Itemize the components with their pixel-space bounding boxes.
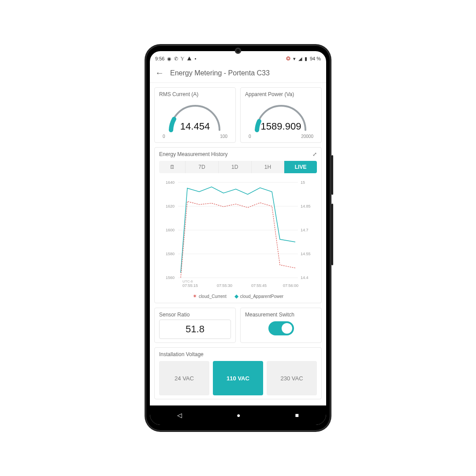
nav-back-icon[interactable]: ◁ — [177, 412, 182, 419]
twitter-icon: 𝕐 — [181, 56, 184, 62]
page-title: Energy Metering - Portenta C33 — [170, 69, 270, 77]
yr1: 14.85 — [301, 204, 311, 208]
range-7d[interactable]: 7D — [186, 161, 219, 173]
voltage-card: Installation Voltage 24 VAC 110 VAC 230 … — [154, 347, 322, 399]
more-icon: • — [194, 56, 196, 61]
history-title: Energy Measurement History — [159, 151, 227, 157]
measurement-switch[interactable] — [268, 321, 294, 335]
voltage-title: Installation Voltage — [159, 351, 317, 357]
history-chart[interactable]: 1640 1620 1600 1580 1560 15 14.85 14.7 1… — [159, 176, 317, 290]
history-card: Energy Measurement History ⤢ 🗓 7D 1D 1H … — [154, 147, 322, 303]
sensor-ratio-value: 51.8 — [186, 324, 205, 335]
statusbar-right: ❂ ▾ ◢ ▮ 94 % — [286, 56, 321, 62]
record-icon: ◉ — [167, 56, 171, 62]
gauges-row: RMS Current (A) 14.454 0 100 — [154, 87, 322, 143]
xt3: 07:56:00 — [283, 283, 298, 288]
whatsapp-icon: ✆ — [174, 56, 178, 62]
chart-legend: ✶cloud_Current ◆cloud_ApparentPower — [159, 293, 317, 299]
voltage-110[interactable]: 110 VAC — [213, 361, 263, 395]
legend-current: cloud_Current — [199, 294, 227, 299]
signal-icon: ◢ — [298, 56, 302, 62]
range-calendar[interactable]: 🗓 — [159, 161, 186, 173]
gauge-title: Apparent Power (Va) — [245, 91, 317, 97]
range-1d[interactable]: 1D — [219, 161, 252, 173]
voltage-24[interactable]: 24 VAC — [159, 361, 209, 395]
xt0: 07:55:15 — [182, 283, 198, 288]
wifi-icon: ▾ — [293, 56, 296, 62]
switch-title: Measurement Switch — [245, 312, 317, 318]
front-camera — [235, 48, 241, 54]
xt2: 07:55:45 — [251, 283, 267, 288]
gauge-rms-current: RMS Current (A) 14.454 0 100 — [154, 87, 236, 143]
yr2: 14.7 — [301, 228, 309, 232]
range-live[interactable]: LIVE — [284, 161, 317, 173]
series-current — [181, 201, 295, 278]
yr3: 14.55 — [301, 252, 311, 256]
screen: 9:56 ◉ ✆ 𝕐 ⯅ • ❂ ▾ ◢ ▮ 94 % ← Energy Met… — [150, 51, 326, 425]
gauge-value: 1589.909 — [250, 121, 312, 132]
yl0: 1640 — [166, 180, 175, 185]
yr0: 15 — [301, 180, 305, 185]
content: RMS Current (A) 14.454 0 100 — [150, 83, 326, 405]
phone-frame: 9:56 ◉ ✆ 𝕐 ⯅ • ❂ ▾ ◢ ▮ 94 % ← Energy Met… — [145, 45, 331, 431]
expand-icon[interactable]: ⤢ — [312, 151, 317, 157]
sensor-ratio-card: Sensor Ratio 51.8 — [154, 308, 236, 343]
calendar-icon: 🗓 — [170, 164, 175, 170]
range-selector: 🗓 7D 1D 1H LIVE — [159, 161, 317, 173]
legend-power-icon: ◆ — [234, 293, 238, 299]
statusbar-left: 9:56 ◉ ✆ 𝕐 ⯅ • — [155, 56, 196, 62]
app-badge-icon: ❂ — [286, 56, 290, 62]
yl4: 1560 — [166, 275, 175, 280]
gauge-min: 0 — [163, 134, 165, 139]
yl2: 1600 — [166, 228, 175, 232]
titlebar: ← Energy Metering - Portenta C33 — [150, 63, 326, 83]
sensor-ratio-input[interactable]: 51.8 — [159, 320, 231, 339]
nav-home-icon[interactable]: ● — [237, 412, 240, 419]
gauge-arc-power: 1589.909 — [250, 99, 312, 132]
back-icon[interactable]: ← — [155, 68, 164, 78]
notify-icon: ⯅ — [187, 56, 192, 61]
gauge-max: 20000 — [301, 134, 313, 139]
gauge-max: 100 — [220, 134, 227, 139]
android-navbar: ◁ ● ■ — [150, 405, 326, 425]
yl1: 1620 — [166, 204, 175, 208]
controls-row: Sensor Ratio 51.8 Measurement Switch — [154, 308, 322, 343]
nav-recent-icon[interactable]: ■ — [295, 412, 299, 419]
sensor-ratio-title: Sensor Ratio — [159, 312, 231, 318]
clock: 9:56 — [155, 56, 164, 61]
legend-current-icon: ✶ — [193, 293, 197, 299]
gauge-arc-current: 14.454 — [164, 99, 226, 132]
xt1: 07:55:30 — [217, 283, 232, 288]
gauge-value: 14.454 — [164, 121, 226, 132]
gauge-min: 0 — [249, 134, 251, 139]
range-1h[interactable]: 1H — [252, 161, 285, 173]
gauge-title: RMS Current (A) — [159, 91, 231, 97]
battery-icon: ▮ — [305, 56, 307, 62]
measurement-switch-card: Measurement Switch — [240, 308, 322, 343]
yl3: 1580 — [166, 252, 175, 256]
tz: UTC-6 — [182, 279, 193, 283]
gauge-apparent-power: Apparent Power (Va) 1589.909 0 20000 — [240, 87, 322, 143]
switch-knob — [282, 323, 292, 334]
battery-percent: 94 % — [310, 56, 321, 61]
yr4: 14.4 — [301, 275, 309, 280]
legend-power: cloud_ApparentPower — [240, 294, 283, 299]
voltage-230[interactable]: 230 VAC — [267, 361, 317, 395]
